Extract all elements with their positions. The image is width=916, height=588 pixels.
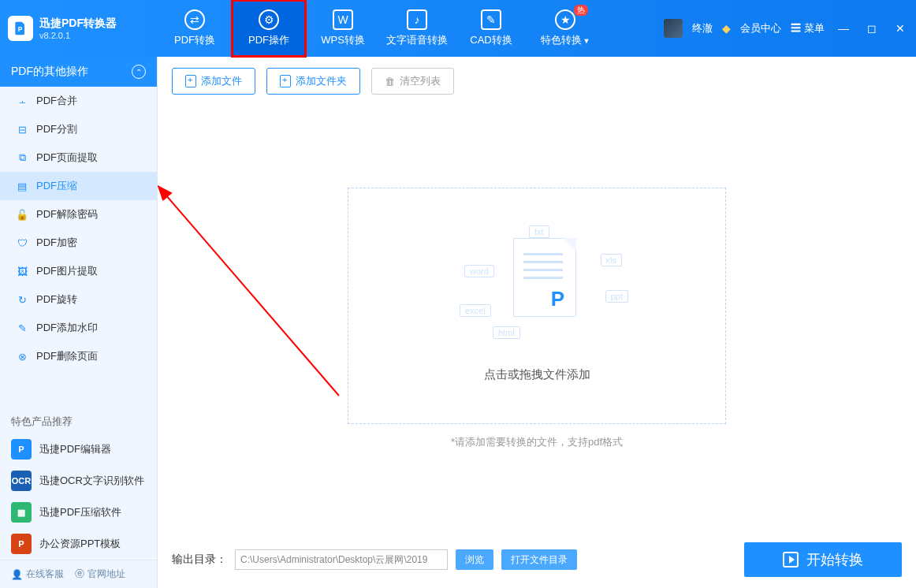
sidebar-item-merge[interactable]: ⫠PDF合并 (0, 87, 157, 115)
star-icon: ★ (555, 9, 575, 30)
promo-compress[interactable]: ▦迅捷PDF压缩软件 (0, 497, 157, 528)
sidebar-item-extract-image[interactable]: 🖼PDF图片提取 (0, 257, 157, 285)
sidebar-item-split[interactable]: ⊟PDF分割 (0, 115, 157, 143)
close-button[interactable]: ✕ (891, 19, 910, 38)
tab-cad-convert[interactable]: ✎ CAD转换 (454, 0, 528, 57)
start-convert-button[interactable]: 开始转换 (744, 542, 902, 577)
file-dropzone[interactable]: txt word excel html xls ppt P 点击或拖拽文件添加 (348, 188, 726, 424)
sidebar-item-compress[interactable]: ▤PDF压缩 (0, 172, 157, 200)
sidebar-item-label: PDF添加水印 (36, 321, 98, 335)
merge-icon: ⫠ (16, 95, 28, 107)
promo-title: 特色产品推荐 (0, 410, 157, 434)
open-dir-button[interactable]: 打开文件目录 (501, 549, 577, 570)
sidebar-list: ⫠PDF合并 ⊟PDF分割 ⧉PDF页面提取 ▤PDF压缩 🔓PDF解除密码 🛡… (0, 87, 157, 370)
sidebar-header[interactable]: PDF的其他操作 ⌃ (0, 57, 157, 87)
promo-ppt-template[interactable]: P办公资源PPT模板 (0, 528, 157, 560)
shield-icon: 🛡 (16, 236, 28, 249)
image-icon: 🖼 (16, 265, 28, 277)
dropzone-illustration: txt word excel html xls ppt P (458, 230, 616, 348)
app-version: v8.2.0.1 (39, 31, 117, 40)
delete-page-icon: ⊗ (16, 350, 28, 363)
promo-label: 办公资源PPT模板 (39, 537, 121, 551)
online-service-link[interactable]: 👤在线客服 (11, 568, 64, 581)
globe-icon: ⓔ (75, 568, 84, 581)
tab-wps-convert[interactable]: W WPS转换 (306, 0, 380, 57)
zip-icon: ▦ (11, 502, 32, 523)
promo-ocr[interactable]: OCR迅捷OCR文字识别软件 (0, 465, 157, 497)
logo-section: P 迅捷PDF转换器 v8.2.0.1 (0, 16, 158, 41)
app-logo-icon: P (8, 16, 33, 41)
svg-text:P: P (18, 25, 23, 33)
tab-pdf-convert[interactable]: ⇄ PDF转换 (158, 0, 232, 57)
promo-label: 迅捷PDF编辑器 (39, 442, 111, 456)
minimize-button[interactable]: — (834, 19, 853, 38)
sidebar-item-extract-page[interactable]: ⧉PDF页面提取 (0, 143, 157, 172)
chevron-down-icon: ▼ (583, 37, 590, 45)
dropzone-hint: *请添加需要转换的文件，支持pdf格式 (451, 435, 623, 449)
sidebar-item-label: PDF分割 (36, 122, 77, 136)
convert-icon: ⇄ (184, 9, 205, 30)
browse-button[interactable]: 浏览 (456, 549, 493, 570)
header-right: 终澈 ◆ 会员中心 ☰ 菜单 — ◻ ✕ (664, 0, 910, 57)
add-file-button[interactable]: 添加文件 (172, 68, 255, 95)
sidebar: PDF的其他操作 ⌃ ⫠PDF合并 ⊟PDF分割 ⧉PDF页面提取 ▤PDF压缩… (0, 57, 158, 588)
tab-pdf-operate[interactable]: ⚙ PDF操作 (232, 0, 306, 57)
collapse-icon[interactable]: ⌃ (132, 65, 146, 79)
tag-html: html (493, 326, 520, 339)
menu-button[interactable]: ☰ 菜单 (791, 21, 825, 35)
avatar[interactable] (664, 19, 683, 38)
sidebar-item-label: PDF图片提取 (36, 264, 98, 278)
tab-tts-convert[interactable]: ♪ 文字语音转换 (380, 0, 454, 57)
vip-center-link[interactable]: 会员中心 (740, 21, 781, 35)
promo-label: 迅捷OCR文字识别软件 (39, 474, 144, 488)
clear-list-button[interactable]: 🗑清空列表 (371, 68, 454, 95)
unlock-icon: 🔓 (16, 208, 28, 221)
sidebar-item-label: PDF解除密码 (36, 207, 98, 221)
sidebar-item-label: PDF加密 (36, 236, 77, 250)
tag-word: word (464, 265, 494, 277)
app-title: 迅捷PDF转换器 (39, 17, 117, 31)
add-folder-icon (280, 75, 291, 87)
sidebar-item-delete-page[interactable]: ⊗PDF删除页面 (0, 342, 157, 370)
file-toolbar: 添加文件 添加文件夹 🗑清空列表 (172, 68, 902, 95)
official-site-link[interactable]: ⓔ官网地址 (75, 568, 125, 581)
sidebar-item-label: PDF旋转 (36, 292, 77, 307)
ocr-icon: OCR (11, 471, 32, 491)
trash-icon: 🗑 (385, 76, 395, 87)
sidebar-item-label: PDF合并 (36, 94, 77, 108)
dropzone-area: txt word excel html xls ppt P 点击或拖拽文件添加 … (172, 95, 902, 542)
sidebar-item-encrypt[interactable]: 🛡PDF加密 (0, 229, 157, 257)
play-icon (783, 552, 799, 568)
sidebar-item-rotate[interactable]: ↻PDF旋转 (0, 285, 157, 314)
gear-icon: ⚙ (259, 9, 279, 30)
username[interactable]: 终澈 (692, 21, 713, 35)
document-icon: P (513, 238, 576, 317)
wps-icon: W (333, 9, 353, 30)
dropzone-text: 点击或拖拽文件添加 (484, 367, 590, 382)
output-path-field[interactable]: C:\Users\Administrator\Desktop\云展网\2019 (235, 549, 448, 570)
sidebar-item-label: PDF页面提取 (36, 151, 98, 165)
add-folder-button[interactable]: 添加文件夹 (266, 68, 360, 95)
sidebar-item-unlock[interactable]: 🔓PDF解除密码 (0, 200, 157, 229)
main-tabs: ⇄ PDF转换 ⚙ PDF操作 W WPS转换 ♪ 文字语音转换 ✎ CAD转换… (158, 0, 602, 57)
promo-label: 迅捷PDF压缩软件 (39, 505, 121, 519)
tab-label: PDF操作 (248, 33, 289, 47)
tab-label: CAD转换 (470, 33, 512, 47)
promo-section: 特色产品推荐 P迅捷PDF编辑器 OCR迅捷OCR文字识别软件 ▦迅捷PDF压缩… (0, 400, 157, 560)
tab-special-convert[interactable]: 热 ★ 特色转换▼ (528, 0, 602, 57)
sidebar-item-label: PDF删除页面 (36, 349, 98, 363)
sidebar-header-label: PDF的其他操作 (11, 65, 88, 79)
bottom-bar: 输出目录： C:\Users\Administrator\Desktop\云展网… (172, 542, 902, 577)
tag-xls: xls (601, 254, 622, 266)
headset-icon: 👤 (11, 569, 23, 580)
tab-label: 文字语音转换 (386, 33, 448, 47)
app-header: P 迅捷PDF转换器 v8.2.0.1 ⇄ PDF转换 ⚙ PDF操作 W WP… (0, 0, 916, 57)
diamond-icon: ◆ (722, 22, 731, 35)
promo-pdf-editor[interactable]: P迅捷PDF编辑器 (0, 434, 157, 465)
audio-icon: ♪ (407, 9, 427, 30)
main-panel: 添加文件 添加文件夹 🗑清空列表 txt word excel html xls… (158, 57, 916, 588)
tag-ppt: ppt (605, 290, 628, 303)
maximize-button[interactable]: ◻ (862, 19, 881, 38)
sidebar-item-watermark[interactable]: ✎PDF添加水印 (0, 314, 157, 342)
pdf-editor-icon: P (11, 439, 32, 460)
